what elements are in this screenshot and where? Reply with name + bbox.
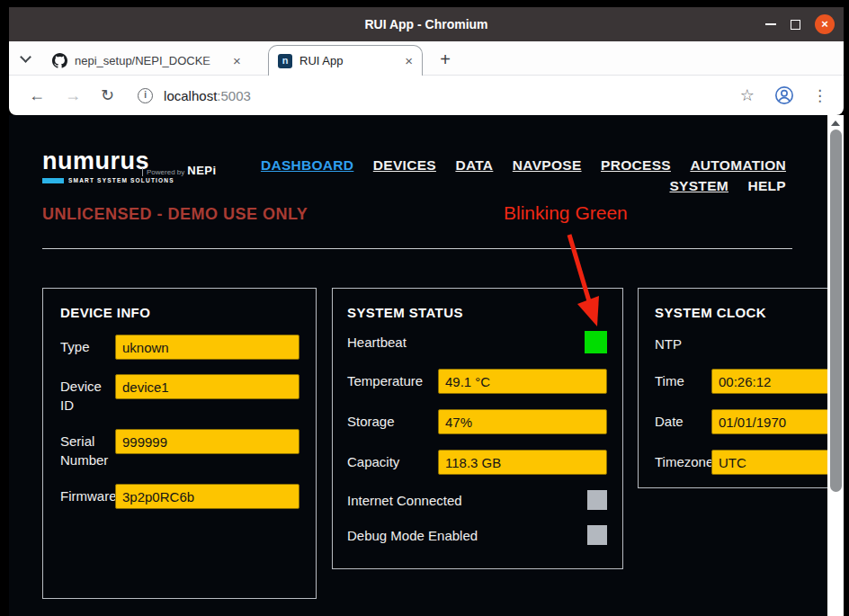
tab-github-label: nepi_setup/NEPI_DOCKE: [75, 54, 226, 67]
storage-input[interactable]: [438, 409, 607, 434]
nav-system[interactable]: SYSTEM: [669, 178, 728, 193]
blinking-green-annotation: Blinking Green: [504, 202, 628, 224]
tab-search-chevron-icon[interactable]: [22, 53, 31, 62]
window-controls: ×: [765, 7, 835, 41]
field-timezone: Timezone: [655, 450, 844, 475]
nav-dashboard[interactable]: DASHBOARD: [261, 157, 353, 173]
url-port: :5003: [217, 88, 251, 103]
system-clock-title: SYSTEM CLOCK: [655, 305, 844, 320]
ntp-label: NTP: [655, 335, 682, 353]
profile-avatar-icon[interactable]: [774, 85, 794, 105]
tab-github[interactable]: nepi_setup/NEPI_DOCKE ×: [43, 45, 266, 76]
serial-number-label: Serial Number: [60, 429, 115, 469]
ntp-row: NTP: [655, 335, 844, 353]
device-id-input[interactable]: [115, 374, 299, 399]
firmware-label: Firmware: [60, 484, 115, 505]
field-time: Time: [655, 369, 844, 394]
nav-process[interactable]: PROCESS: [601, 157, 671, 173]
internet-connected-label: Internet Connected: [347, 491, 462, 510]
tab-close-icon[interactable]: ×: [233, 53, 241, 68]
site-info-icon[interactable]: i: [138, 88, 153, 103]
nav-data[interactable]: DATA: [455, 157, 493, 173]
tab-rui-app[interactable]: n RUI App ×: [268, 45, 423, 76]
device-id-label: Device ID: [60, 374, 115, 415]
close-icon[interactable]: ×: [815, 14, 835, 34]
github-icon: [52, 53, 67, 68]
powered-by-nepi: Powered by NEPi: [142, 164, 217, 177]
address-bar[interactable]: localhost:5003: [164, 88, 251, 103]
time-label: Time: [655, 369, 711, 390]
field-capacity: Capacity: [347, 450, 607, 475]
main-nav: DASHBOARD DEVICES DATA NAVPOSE PROCESS A…: [246, 155, 786, 196]
url-host: localhost: [164, 88, 217, 103]
nav-row-1: DASHBOARD DEVICES DATA NAVPOSE PROCESS A…: [246, 155, 786, 175]
system-clock-panel: SYSTEM CLOCK NTP Time Date Timezone: [638, 288, 844, 488]
device-info-panel: DEVICE INFO Type Device ID Serial Number…: [42, 288, 317, 599]
type-input[interactable]: [115, 335, 299, 360]
internet-connected-row: Internet Connected: [347, 490, 607, 510]
unlicensed-banner: UNLICENSED - DEMO USE ONLY: [42, 205, 308, 224]
logo-dash: [42, 178, 64, 183]
tab-strip: nepi_setup/NEPI_DOCKE × n RUI App × +: [9, 41, 844, 76]
temperature-label: Temperature: [347, 369, 438, 390]
menu-kebab-icon[interactable]: ⋮: [812, 86, 827, 105]
back-icon[interactable]: ←: [29, 86, 45, 105]
tab-rui-app-label: RUI App: [299, 54, 398, 67]
forward-icon[interactable]: →: [65, 86, 81, 105]
nav-row-2: SYSTEM HELP: [246, 175, 786, 196]
heartbeat-row: Heartbeat: [347, 331, 607, 353]
field-temperature: Temperature: [347, 369, 607, 394]
field-storage: Storage: [347, 409, 607, 434]
scrollbar-up-icon[interactable]: [831, 121, 840, 126]
internet-connected-indicator: [587, 490, 607, 510]
firmware-input[interactable]: [115, 484, 299, 509]
debug-mode-row: Debug Mode Enabled: [347, 525, 607, 545]
field-device-id: Device ID: [60, 374, 299, 415]
date-input[interactable]: [711, 409, 844, 434]
field-serial-number: Serial Number: [60, 429, 299, 469]
powered-by-label: Powered by: [142, 168, 184, 176]
nav-help[interactable]: HELP: [747, 178, 786, 193]
reload-icon[interactable]: ↻: [101, 85, 114, 105]
timezone-label: Timezone: [655, 450, 711, 471]
serial-number-input[interactable]: [115, 429, 299, 454]
temperature-input[interactable]: [438, 369, 607, 394]
window-title: RUI App - Chromium: [9, 17, 844, 31]
page-scrollbar[interactable]: [827, 115, 844, 616]
timezone-input[interactable]: [711, 450, 844, 475]
nav-automation[interactable]: AUTOMATION: [690, 157, 786, 173]
bookmark-star-icon[interactable]: ☆: [740, 85, 755, 105]
logo-tagline: SMART SYSTEM SOLUTIONS: [68, 177, 174, 183]
field-type: Type: [60, 335, 299, 360]
system-status-panel: SYSTEM STATUS Heartbeat Temperature Stor…: [332, 288, 623, 569]
window-titlebar[interactable]: RUI App - Chromium ×: [9, 7, 844, 41]
page-content: numurus SMART SYSTEM SOLUTIONS Powered b…: [9, 115, 844, 616]
minimize-icon[interactable]: [765, 23, 776, 25]
maximize-icon[interactable]: [791, 20, 800, 30]
date-label: Date: [655, 409, 711, 431]
header-divider: [42, 248, 792, 249]
nav-navpose[interactable]: NAVPOSE: [513, 157, 582, 173]
capacity-input[interactable]: [438, 450, 607, 475]
browser-toolbar: ← → ↻ i localhost:5003 ☆ ⋮: [9, 76, 844, 115]
nepi-brand: NEPi: [187, 164, 216, 177]
time-input[interactable]: [711, 369, 844, 394]
field-firmware: Firmware: [60, 484, 299, 509]
heartbeat-indicator: [585, 331, 607, 353]
nav-devices[interactable]: DEVICES: [373, 157, 436, 173]
type-label: Type: [60, 335, 115, 356]
scrollbar-thumb[interactable]: [830, 129, 842, 492]
system-status-title: SYSTEM STATUS: [347, 305, 607, 320]
tab-close-icon[interactable]: ×: [405, 53, 413, 68]
capacity-label: Capacity: [347, 450, 438, 471]
device-info-title: DEVICE INFO: [60, 305, 299, 320]
storage-label: Storage: [347, 409, 438, 431]
heartbeat-label: Heartbeat: [347, 333, 407, 352]
debug-mode-label: Debug Mode Enabled: [347, 526, 478, 545]
nepi-favicon: n: [278, 54, 292, 68]
field-date: Date: [655, 409, 844, 434]
new-tab-button[interactable]: +: [433, 49, 457, 72]
debug-mode-indicator: [587, 525, 607, 545]
